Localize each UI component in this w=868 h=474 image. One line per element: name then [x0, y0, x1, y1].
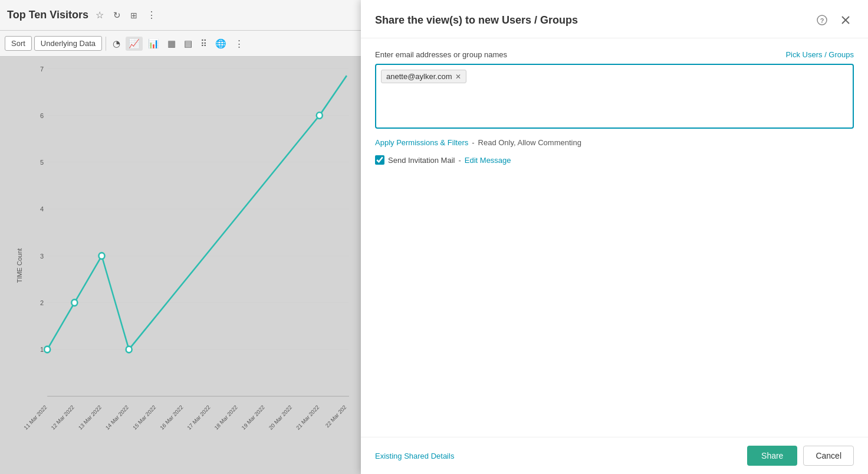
favorite-button[interactable] — [93, 8, 106, 22]
edit-message-link[interactable]: Edit Message — [465, 156, 511, 165]
svg-point-29 — [98, 253, 104, 259]
svg-text:18 Mar 2022: 18 Mar 2022 — [213, 404, 239, 431]
more-icon — [147, 9, 156, 21]
bar-chart-icon: 📊 — [148, 38, 159, 48]
footer-buttons: Share Cancel — [747, 446, 854, 466]
chart-panel: Top Ten Visitors Sort Underlying Data ◔ … — [0, 0, 361, 474]
svg-text:22 Mar 202: 22 Mar 202 — [324, 404, 347, 429]
help-button[interactable]: ? — [814, 12, 830, 28]
bar-chart-button[interactable]: 📊 — [145, 37, 162, 51]
svg-text:19 Mar 2022: 19 Mar 2022 — [241, 404, 266, 431]
invitation-label: Send Invitation Mail — [388, 156, 455, 165]
scatter-icon: ⠿ — [200, 38, 207, 48]
stacked-bar-icon: ▤ — [184, 38, 192, 48]
svg-text:5: 5 — [40, 159, 44, 166]
permissions-value: Read Only, Allow Commenting — [478, 138, 581, 147]
refresh-button[interactable] — [111, 9, 123, 22]
modal-header: Share the view(s) to new Users / Groups … — [361, 0, 868, 38]
more-options-button[interactable] — [144, 8, 159, 22]
refresh-icon — [113, 10, 121, 21]
line-chart-button[interactable]: 📈 — [126, 37, 143, 51]
close-button[interactable] — [837, 12, 854, 28]
stacked-bar-button[interactable]: ▤ — [181, 37, 195, 51]
chart-more-button[interactable]: ⋮ — [232, 37, 246, 51]
chart-toolbar: Sort Underlying Data ◔ 📈 📊 ▦ ▤ ⠿ 🌐 ⋮ — [0, 31, 361, 57]
email-input-box[interactable]: anette@aylker.com ✕ — [375, 64, 854, 129]
svg-text:14 Mar 2022: 14 Mar 2022 — [104, 404, 130, 431]
svg-text:16 Mar 2022: 16 Mar 2022 — [159, 404, 185, 431]
grouped-bar-icon: ▦ — [167, 38, 176, 48]
svg-point-30 — [126, 346, 132, 353]
map-icon: 🌐 — [215, 38, 226, 48]
share-button[interactable]: Share — [747, 446, 797, 466]
permissions-separator: - — [472, 138, 474, 147]
modal-body: Enter email addresses or group names Pic… — [361, 38, 868, 437]
invitation-separator: - — [458, 156, 461, 165]
svg-point-31 — [317, 112, 323, 119]
svg-text:15 Mar 2022: 15 Mar 2022 — [132, 404, 157, 431]
chart-title: Top Ten Visitors — [7, 9, 88, 21]
email-chip: anette@aylker.com ✕ — [381, 70, 466, 83]
svg-text:7: 7 — [40, 65, 44, 72]
chip-email: anette@aylker.com — [386, 72, 452, 81]
svg-text:?: ? — [820, 17, 824, 24]
map-button[interactable]: 🌐 — [212, 37, 229, 51]
svg-text:2: 2 — [40, 299, 44, 306]
permissions-link[interactable]: Apply Permissions & Filters — [375, 138, 468, 147]
pie-chart-button[interactable]: ◔ — [110, 37, 123, 51]
chart-header: Top Ten Visitors — [0, 0, 361, 31]
scatter-button[interactable]: ⠿ — [198, 37, 210, 51]
toolbar-separator — [106, 37, 106, 51]
svg-text:17 Mar 2022: 17 Mar 2022 — [186, 404, 212, 431]
share-modal: Share the view(s) to new Users / Groups … — [361, 0, 868, 474]
pie-chart-icon: ◔ — [113, 38, 120, 48]
modal-footer: Existing Shared Details Share Cancel — [361, 437, 868, 474]
svg-point-28 — [71, 299, 77, 306]
modal-title: Share the view(s) to new Users / Groups — [375, 14, 578, 27]
send-invitation-checkbox[interactable] — [375, 155, 384, 165]
save-button[interactable] — [128, 9, 140, 22]
svg-text:1: 1 — [40, 346, 44, 353]
underlying-data-button[interactable]: Underlying Data — [34, 36, 102, 51]
help-icon: ? — [817, 15, 827, 25]
save-icon — [130, 10, 137, 21]
permissions-row: Apply Permissions & Filters - Read Only,… — [375, 138, 854, 147]
svg-text:13 Mar 2022: 13 Mar 2022 — [77, 404, 103, 431]
svg-text:21 Mar 2022: 21 Mar 2022 — [295, 404, 320, 431]
svg-text:6: 6 — [40, 112, 44, 119]
modal-header-icons: ? — [814, 12, 854, 28]
svg-point-27 — [44, 346, 50, 353]
existing-shared-link[interactable]: Existing Shared Details — [375, 452, 454, 460]
svg-text:11 Mar 2022: 11 Mar 2022 — [23, 404, 48, 431]
invitation-row: Send Invitation Mail - Edit Message — [375, 155, 854, 165]
chart-more-icon: ⋮ — [235, 38, 244, 48]
cancel-button[interactable]: Cancel — [803, 446, 854, 466]
svg-text:12 Mar 2022: 12 Mar 2022 — [50, 404, 75, 431]
chip-remove-button[interactable]: ✕ — [455, 73, 461, 80]
chart-area: TIME Count 1 2 3 4 5 6 7 — [0, 57, 361, 474]
svg-text:3: 3 — [40, 252, 44, 259]
svg-text:20 Mar 2022: 20 Mar 2022 — [268, 404, 293, 431]
close-icon — [841, 15, 850, 25]
sort-button[interactable]: Sort — [5, 36, 32, 51]
pick-users-link[interactable]: Pick Users / Groups — [785, 50, 854, 59]
line-chart-icon: 📈 — [129, 38, 140, 48]
svg-text:4: 4 — [40, 205, 44, 213]
star-icon — [96, 9, 104, 21]
email-label: Enter email addresses or group names — [375, 50, 507, 59]
grouped-bar-button[interactable]: ▦ — [165, 37, 179, 51]
email-section-header: Enter email addresses or group names Pic… — [375, 50, 854, 59]
chart-svg: 1 2 3 4 5 6 7 11 Mar 2022 12 Mar 2022 13… — [18, 57, 361, 474]
